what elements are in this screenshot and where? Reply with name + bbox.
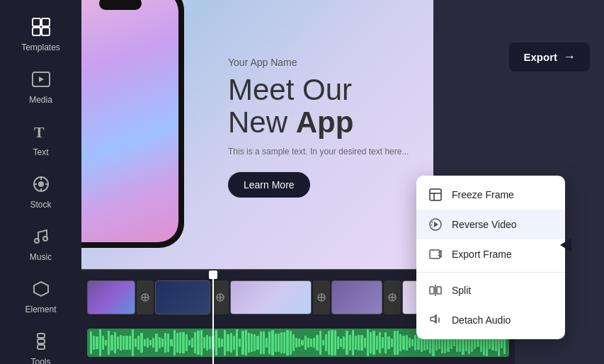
export-label: Export — [523, 51, 557, 63]
menu-item-freeze-frame[interactable]: Freeze Frame — [416, 180, 565, 210]
templates-label: Templates — [21, 42, 60, 52]
sidebar-item-stock[interactable]: Stock — [9, 164, 73, 217]
sidebar-item-media[interactable]: Media — [9, 59, 73, 112]
export-button[interactable]: Export → — [509, 42, 590, 72]
svg-point-12 — [35, 239, 39, 243]
svg-rect-39 — [437, 287, 441, 294]
sidebar-item-music[interactable]: Music — [9, 217, 73, 269]
svg-rect-36 — [430, 250, 440, 258]
svg-rect-0 — [33, 18, 40, 26]
freeze-frame-icon — [428, 187, 443, 203]
templates-icon — [28, 14, 54, 40]
music-icon — [28, 224, 54, 249]
sidebar-item-element[interactable]: Element — [9, 269, 73, 322]
svg-rect-15 — [38, 339, 45, 343]
menu-item-detach-audio[interactable]: Detach Audio — [416, 305, 565, 335]
element-icon — [28, 276, 54, 302]
sidebar: Templates Media T Text — [0, 0, 81, 364]
element-label: Element — [25, 305, 56, 314]
split-label: Split — [452, 285, 471, 296]
timeline-transition-4[interactable] — [384, 280, 401, 314]
music-label: Music — [30, 252, 52, 262]
svg-rect-1 — [42, 18, 50, 26]
headline-line2: New — [228, 106, 296, 139]
headline-bold: App — [296, 106, 354, 139]
svg-rect-2 — [33, 28, 40, 35]
headline-line1: Meet Our — [228, 73, 352, 106]
menu-item-split[interactable]: Split — [416, 275, 565, 305]
menu-item-reverse-video[interactable]: Reverse Video — [416, 210, 565, 239]
export-frame-label: Export Frame — [452, 249, 512, 260]
stock-icon — [28, 171, 54, 197]
detach-audio-icon — [428, 312, 443, 328]
tools-icon — [28, 329, 54, 354]
reverse-video-icon — [428, 217, 443, 232]
timeline-clip-4[interactable] — [331, 280, 382, 314]
timeline-clip-2[interactable] — [155, 280, 210, 314]
svg-point-13 — [43, 237, 47, 241]
app-subtext: This is a sample text. In your desired t… — [228, 146, 412, 158]
svg-text:T: T — [34, 123, 45, 141]
media-label: Media — [29, 95, 52, 105]
stock-label: Stock — [30, 200, 51, 210]
svg-rect-3 — [42, 28, 50, 35]
menu-item-export-frame[interactable]: Export Frame — [416, 239, 565, 269]
timeline-transition-3[interactable] — [313, 280, 330, 314]
freeze-frame-label: Freeze Frame — [452, 189, 514, 200]
split-icon — [428, 283, 443, 298]
export-frame-icon — [428, 246, 443, 262]
svg-rect-32 — [430, 189, 441, 200]
app-name-label: Your App Name — [228, 57, 412, 68]
timeline-scrubber[interactable] — [212, 271, 214, 364]
svg-rect-14 — [38, 334, 45, 338]
app-text-area: Your App Name Meet Our New App This is a… — [228, 57, 412, 198]
media-icon — [28, 67, 54, 92]
detach-audio-label: Detach Audio — [452, 314, 511, 326]
export-arrow-icon: → — [563, 50, 576, 64]
timeline-clip-1[interactable] — [87, 280, 135, 314]
text-icon: T — [28, 119, 54, 144]
reverse-video-label: Reverse Video — [452, 219, 517, 230]
text-label: Text — [33, 147, 48, 157]
sidebar-item-text[interactable]: T Text — [9, 112, 73, 164]
sidebar-item-templates[interactable]: Templates — [9, 7, 73, 59]
scrubber-head — [209, 271, 217, 279]
svg-rect-38 — [430, 287, 434, 294]
learn-more-button[interactable]: Learn More — [228, 172, 310, 198]
timeline-clip-3[interactable] — [230, 280, 312, 314]
sidebar-item-tools[interactable]: Tools — [9, 322, 73, 364]
timeline-transition-2[interactable] — [212, 280, 229, 314]
timeline-transition-1[interactable] — [137, 280, 154, 314]
app-headline: Meet Our New App — [228, 74, 412, 139]
tools-label: Tools — [30, 357, 50, 364]
context-menu: Freeze Frame Reverse Video Export Frame — [416, 176, 565, 339]
phone-notch — [99, 0, 142, 10]
svg-rect-16 — [38, 345, 45, 349]
cursor-arrow-icon — [560, 238, 571, 252]
svg-point-7 — [38, 181, 44, 187]
menu-divider — [416, 272, 565, 273]
